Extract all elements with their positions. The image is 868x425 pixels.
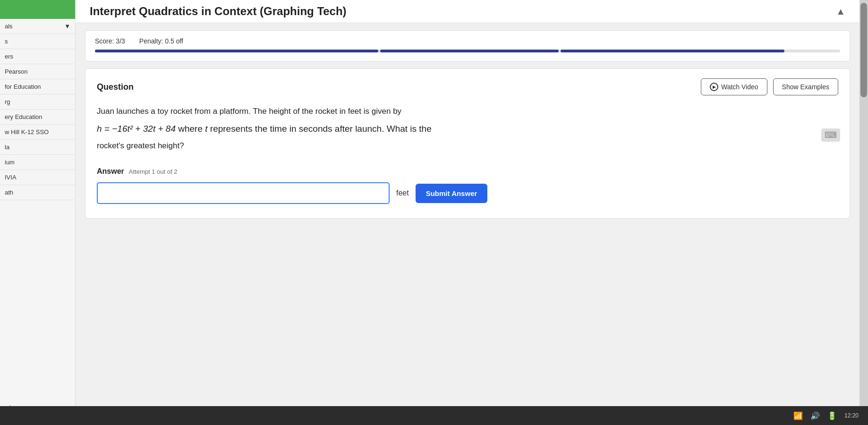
progress-bar (95, 50, 840, 52)
main-content: Interpret Quadratics in Context (Graphin… (76, 0, 859, 425)
sidebar-item-ath[interactable]: ath (0, 185, 75, 200)
watch-video-button[interactable]: ▶ Watch Video (701, 78, 767, 95)
sidebar-item-ivia[interactable]: IVIA (0, 170, 75, 185)
question-text-1: Juan launches a toy rocket from a platfo… (97, 105, 838, 119)
progress-segment-1 (95, 50, 378, 52)
sidebar-item-la[interactable]: la (0, 140, 75, 155)
sidebar-item-rg[interactable]: rg (0, 94, 75, 110)
battery-icon: 🔋 (827, 411, 837, 420)
question-label: Question (97, 82, 134, 92)
answer-section: Answer Attempt 1 out of 2 feet Submit An… (97, 167, 838, 204)
score-line: Score: 3/3 Penalty: 0.5 off (95, 37, 840, 45)
penalty-label: Penalty: 0.5 off (139, 37, 183, 45)
sidebar-item-ium[interactable]: ium (0, 155, 75, 170)
submit-answer-button[interactable]: Submit Answer (416, 184, 488, 203)
sidebar-top-green (0, 0, 75, 19)
question-area: Question ▶ Watch Video Show Examples Jua… (85, 68, 850, 219)
page-title-bar: Interpret Quadratics in Context (Graphin… (76, 0, 859, 23)
sidebar-item-pearson[interactable]: Pearson (0, 64, 75, 79)
page-title: Interpret Quadratics in Context (Graphin… (90, 5, 347, 23)
question-text: Juan launches a toy rocket from a platfo… (97, 105, 838, 153)
sidebar-item-for-education[interactable]: for Education (0, 79, 75, 94)
answer-label-row: Answer Attempt 1 out of 2 (97, 167, 838, 176)
answer-label: Answer (97, 167, 124, 176)
attempt-text: Attempt 1 out of 2 (129, 168, 178, 175)
question-formula: h = −16t² + 32t + 84 (97, 124, 176, 134)
keyboard-icon-area: ⌨ (821, 130, 840, 140)
question-header: Question ▶ Watch Video Show Examples (97, 78, 838, 95)
progress-segment-2 (380, 50, 559, 52)
scrollbar-track[interactable] (859, 0, 868, 425)
sidebar-item-als[interactable]: als ▼ (0, 19, 75, 34)
score-area: Score: 3/3 Penalty: 0.5 off (85, 30, 850, 61)
progress-segment-3 (561, 50, 784, 52)
bottom-taskbar: 📶 🔊 🔋 12:20 (0, 406, 868, 425)
show-examples-button[interactable]: Show Examples (773, 78, 838, 95)
keyboard-icon: ⌨ (821, 128, 840, 142)
scrollbar-thumb[interactable] (860, 3, 867, 97)
sidebar: als ▼ s ers Pearson for Education rg ery… (0, 0, 76, 425)
question-buttons: ▶ Watch Video Show Examples (701, 78, 838, 95)
answer-input-row: feet Submit Answer (97, 182, 838, 204)
play-icon: ▶ (710, 83, 718, 91)
question-text-3: rocket's greatest height? (97, 139, 838, 153)
taskbar-time: 12:20 (844, 412, 859, 419)
sidebar-item-hill-k12[interactable]: w Hill K-12 SSO (0, 125, 75, 140)
sound-icon: 🔊 (810, 411, 820, 420)
answer-input[interactable] (97, 182, 390, 204)
answer-unit: feet (396, 189, 409, 197)
sidebar-item-ers[interactable]: ers (0, 49, 75, 64)
sidebar-item-s[interactable]: s (0, 34, 75, 49)
score-label: Score: 3/3 (95, 37, 125, 45)
sidebar-item-ery-education[interactable]: ery Education (0, 110, 75, 125)
close-icon[interactable]: ▲ (836, 6, 845, 22)
arrow-down-icon: ▼ (64, 23, 70, 30)
wifi-icon: 📶 (793, 411, 803, 420)
question-formula-line: h = −16t² + 32t + 84 where t represents … (97, 121, 838, 136)
